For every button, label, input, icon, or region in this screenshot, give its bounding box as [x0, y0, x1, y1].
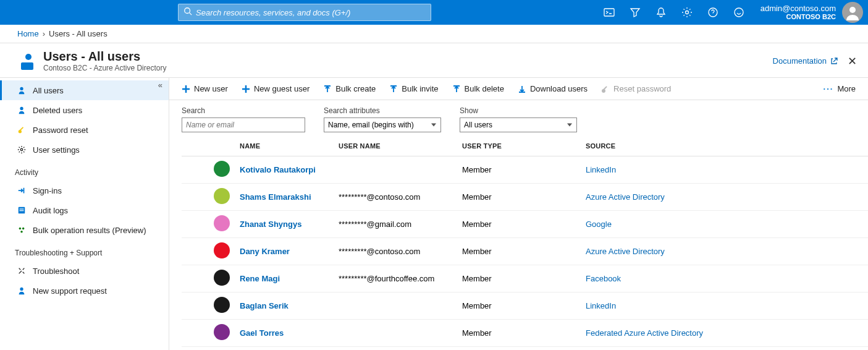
user-source-link[interactable]: Azure Active Directory	[581, 184, 868, 211]
user-username	[334, 320, 457, 347]
account-avatar[interactable]	[842, 2, 863, 23]
sidebar-item-troubleshoot[interactable]: Troubleshoot	[0, 261, 169, 281]
table-row[interactable]: Kotivalo RautakorpiMemberLinkedIn	[182, 156, 868, 184]
col-usertype[interactable]: USER TYPE	[457, 136, 581, 156]
svg-rect-16	[20, 210, 24, 211]
sidebar-item-label: Audit logs	[33, 206, 68, 215]
table-row[interactable]: Dany Kramer*********@contoso.comMemberAz…	[182, 238, 868, 265]
table-row[interactable]: Baglan SerikMemberLinkedIn	[182, 292, 868, 320]
svg-point-19	[20, 231, 23, 233]
directory-filter-icon[interactable]	[630, 7, 641, 18]
user-name-link[interactable]: Gael Torres	[235, 320, 334, 347]
user-type: Member	[457, 320, 581, 347]
signin-icon	[17, 186, 27, 195]
users-icon	[17, 51, 37, 71]
table-row[interactable]: Shams Elmarakshi*********@contoso.comMem…	[182, 184, 868, 211]
user-avatar	[214, 188, 230, 204]
user-source-link[interactable]: Facebook	[581, 265, 868, 292]
breadcrumb-home[interactable]: Home	[17, 29, 39, 38]
sidebar-item-all-users[interactable]: All users	[0, 80, 169, 100]
account-info[interactable]: admin@contoso.com CONTOSO B2C	[761, 4, 836, 22]
svg-point-18	[22, 228, 25, 230]
col-name[interactable]: NAME	[235, 136, 334, 156]
user-source-link[interactable]: LinkedIn	[581, 156, 868, 184]
user-name-link[interactable]: Rene Magi	[235, 265, 334, 292]
user-name-link[interactable]: Shams Elmarakshi	[235, 184, 334, 211]
bulk-invite-button[interactable]: Bulk invite	[389, 84, 438, 93]
feedback-icon[interactable]	[733, 7, 744, 18]
user-name-link[interactable]: Baglan Serik	[235, 292, 334, 320]
key-icon	[17, 125, 27, 135]
sidebar-item-label: Deleted users	[33, 106, 82, 115]
user-source-link[interactable]: Federated Azure Active Directory	[581, 320, 868, 347]
user-source-link[interactable]: Google	[581, 211, 868, 238]
new-guest-user-button[interactable]: New guest user	[242, 84, 310, 93]
plus-icon	[182, 85, 190, 93]
col-source[interactable]: SOURCE	[581, 136, 868, 156]
upload-icon	[452, 85, 461, 93]
account-email: admin@contoso.com	[761, 4, 836, 14]
bulk-delete-button[interactable]: Bulk delete	[452, 84, 504, 93]
sidebar-item-deleted-users[interactable]: Deleted users	[0, 100, 169, 120]
upload-icon	[389, 85, 398, 93]
search-input[interactable]	[182, 117, 305, 132]
help-icon[interactable]	[707, 7, 718, 18]
global-search-input[interactable]	[196, 8, 426, 17]
user-avatar	[214, 215, 230, 231]
sidebar-section-activity: Activity	[0, 160, 169, 181]
collapse-sidebar-button[interactable]: «	[158, 80, 162, 90]
global-search[interactable]	[178, 4, 431, 21]
table-row[interactable]: Gael TorresMemberFederated Azure Active …	[182, 320, 868, 347]
sidebar-item-label: User settings	[33, 145, 80, 155]
user-avatar	[214, 161, 230, 177]
user-username: *********@gmail.com	[334, 211, 457, 238]
sidebar-item-user-settings[interactable]: User settings	[0, 140, 169, 160]
svg-point-6	[849, 7, 856, 13]
svg-point-3	[685, 11, 688, 14]
user-name-link[interactable]: Kotivalo Rautakorpi	[235, 156, 334, 184]
sidebar-item-label: Password reset	[33, 126, 88, 135]
bulk-create-button[interactable]: Bulk create	[323, 84, 376, 93]
user-username	[334, 292, 457, 320]
col-username[interactable]: USER NAME	[334, 136, 457, 156]
settings-icon[interactable]	[681, 7, 693, 18]
svg-point-0	[185, 8, 190, 14]
user-name-link[interactable]: Seyhan Can	[235, 347, 334, 351]
close-blade-button[interactable]: ✕	[848, 54, 857, 68]
breadcrumb: Home › Users - All users	[0, 25, 868, 43]
user-avatar	[214, 242, 230, 258]
user-source-link[interactable]: LinkedIn	[581, 292, 868, 320]
svg-point-21	[602, 89, 605, 93]
new-user-button[interactable]: New user	[182, 84, 228, 93]
table-row[interactable]: Zhanat Shyngys*********@gmail.comMemberG…	[182, 211, 868, 238]
user-username: *********@contoso.com	[334, 347, 457, 351]
notifications-icon[interactable]	[655, 7, 667, 18]
user-name-link[interactable]: Dany Kramer	[235, 238, 334, 265]
show-select[interactable]: All users	[460, 117, 577, 132]
support-icon	[17, 286, 27, 296]
user-type: Member	[457, 292, 581, 320]
sidebar-item-label: All users	[33, 86, 64, 95]
user-source-link[interactable]: Azure Active Directory	[581, 238, 868, 265]
sidebar-item-sign-ins[interactable]: Sign-ins	[0, 181, 169, 200]
sidebar-item-password-reset[interactable]: Password reset	[0, 120, 169, 140]
sidebar-item-bulk-results[interactable]: Bulk operation results (Preview)	[0, 220, 169, 240]
svg-point-20	[20, 288, 23, 291]
documentation-link[interactable]: Documentation	[773, 56, 838, 66]
user-name-link[interactable]: Zhanat Shyngys	[235, 211, 334, 238]
svg-point-17	[19, 228, 22, 230]
search-attributes-select[interactable]: Name, email (begins with)	[324, 117, 441, 132]
cloud-shell-icon[interactable]	[604, 7, 615, 18]
table-row[interactable]: Seyhan Can*********@contoso.comMemberAzu…	[182, 347, 868, 351]
download-users-button[interactable]: Download users	[518, 84, 588, 93]
command-bar: New user New guest user Bulk create Bulk…	[169, 78, 868, 100]
svg-point-5	[735, 8, 743, 17]
svg-rect-8	[21, 62, 33, 70]
sidebar-item-audit-logs[interactable]: Audit logs	[0, 200, 169, 220]
blade-header: Users - All users Contoso B2C - Azure Ac…	[0, 43, 868, 78]
sidebar-item-support-request[interactable]: New support request	[0, 281, 169, 301]
ellipsis-icon: ···	[824, 84, 834, 93]
table-row[interactable]: Rene Magi*********@fourthcoffee.comMembe…	[182, 265, 868, 292]
user-source-link[interactable]: Azure Active Directory	[581, 347, 868, 351]
more-button[interactable]: ··· More	[824, 84, 856, 93]
